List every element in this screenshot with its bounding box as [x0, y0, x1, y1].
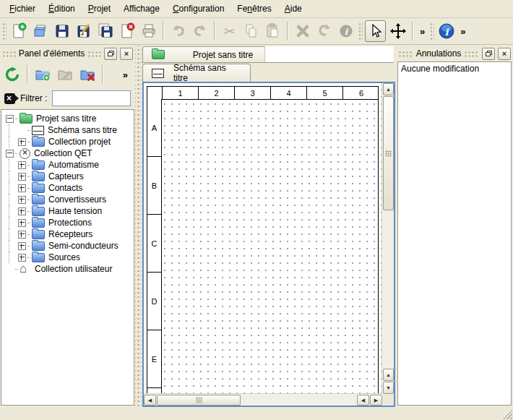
- select-mode-button[interactable]: [365, 20, 386, 42]
- toolbar-overflow-button[interactable]: »: [458, 26, 467, 37]
- open-project-button[interactable]: [30, 21, 50, 41]
- tree-item[interactable]: Projet sans titre: [1, 113, 134, 124]
- horizontal-scroll-thumb[interactable]: [157, 395, 241, 406]
- save-button[interactable]: [52, 21, 72, 41]
- elements-tree: Projet sans titre Schéma sans titre Coll…: [1, 109, 134, 406]
- info-disabled-button[interactable]: i: [336, 21, 355, 41]
- tree-expander[interactable]: [18, 196, 26, 204]
- pointer-icon: [368, 23, 384, 39]
- paste-button[interactable]: [263, 21, 283, 41]
- tree-connector: [27, 257, 30, 258]
- tree-item[interactable]: Convertisseurs: [1, 194, 134, 205]
- diagram-tab[interactable]: Schéma sans titre: [142, 64, 251, 82]
- horizontal-scrollbar[interactable]: ◀ ◀ ▶: [144, 393, 382, 406]
- copy-button[interactable]: [241, 21, 261, 41]
- toolbar-separator: [163, 22, 164, 40]
- tree-item-icon: [32, 160, 45, 170]
- float-panel-button[interactable]: [104, 48, 117, 60]
- close-file-button[interactable]: [117, 21, 137, 41]
- menu-item[interactable]: Fenêtres: [230, 1, 277, 16]
- tree-expander[interactable]: [18, 219, 26, 227]
- redo-button[interactable]: [190, 21, 210, 41]
- tree-item[interactable]: Schéma sans titre: [1, 124, 134, 136]
- tab-bar-empty-area: [264, 46, 394, 62]
- tree-item[interactable]: Capteurs: [1, 171, 134, 182]
- new-project-button[interactable]: [9, 21, 28, 41]
- tree-item[interactable]: Semi-conducteurs: [1, 240, 134, 252]
- rotate-button[interactable]: [314, 21, 334, 41]
- tree-expander[interactable]: [18, 184, 26, 192]
- save-as-button[interactable]: [74, 21, 93, 41]
- menu-item-mnemonic: P: [88, 4, 94, 14]
- save-all-button[interactable]: [95, 21, 115, 41]
- resize-grip[interactable]: [503, 410, 512, 419]
- reload-collections-button[interactable]: [2, 64, 22, 85]
- scroll-right-button[interactable]: ▶: [370, 395, 382, 406]
- tree-expander[interactable]: [18, 161, 26, 169]
- toolbar-drag-handle[interactable]: [1, 22, 7, 40]
- panel-splitter[interactable]: [135, 46, 142, 406]
- close-panel-button[interactable]: ×: [120, 48, 133, 60]
- cut-button[interactable]: ✂: [220, 21, 239, 41]
- menu-item[interactable]: Projet: [82, 1, 117, 16]
- vertical-scroll-thumb[interactable]: [383, 96, 394, 210]
- new-category-button[interactable]: [33, 64, 53, 85]
- undo-list-item[interactable]: Aucune modification: [398, 62, 511, 76]
- menu-item[interactable]: Aide: [278, 1, 309, 16]
- menu-item[interactable]: Fichier: [3, 1, 42, 16]
- filter-input[interactable]: [52, 90, 131, 106]
- undo-button[interactable]: [168, 21, 188, 41]
- tree-item[interactable]: Collection projet: [1, 136, 134, 147]
- tree-item[interactable]: Haute tension: [1, 205, 134, 217]
- float-panel-button[interactable]: [482, 48, 495, 60]
- scroll-left-button[interactable]: ◀: [144, 395, 156, 406]
- tree-item[interactable]: Contacts: [1, 182, 134, 194]
- tree-item[interactable]: Protections: [1, 217, 134, 228]
- tree-item[interactable]: Automatisme: [1, 159, 134, 171]
- edit-category-button[interactable]: [55, 64, 75, 85]
- tree-item-icon: [32, 126, 44, 135]
- diagram-canvas[interactable]: 123456 ABCDE: [144, 83, 382, 394]
- menu-item[interactable]: Affichage: [117, 1, 166, 16]
- menu-item-mnemonic: É: [48, 4, 54, 14]
- menu-item[interactable]: Configuration: [166, 1, 230, 16]
- tree-item[interactable]: Collection QET: [1, 147, 134, 159]
- scroll-left-button-2[interactable]: ◀: [357, 395, 369, 406]
- elements-panel-titlebar[interactable]: Panel d'éléments ×: [0, 46, 135, 61]
- move-mode-button[interactable]: [388, 21, 408, 41]
- panel-toolbar-overflow-button[interactable]: »: [121, 69, 130, 80]
- clear-filter-icon[interactable]: [4, 93, 15, 104]
- vertical-scrollbar[interactable]: ▲ ▲ ▼: [381, 83, 394, 394]
- toolbar-drag-handle[interactable]: [358, 22, 363, 40]
- tree-item-label: Schéma sans titre: [48, 125, 117, 135]
- delete-button[interactable]: [293, 21, 312, 41]
- tree-item-label: Collection utilisateur: [35, 264, 112, 274]
- tree-connector: [27, 223, 30, 223]
- tree-expander[interactable]: [18, 138, 26, 146]
- delete-category-button[interactable]: [77, 64, 98, 85]
- diagram-view[interactable]: 123456 ABCDE ▲ ▲ ▼ ◀ ◀ ▶: [142, 82, 395, 407]
- tree-expander[interactable]: [6, 150, 14, 158]
- tree-expander[interactable]: [18, 173, 26, 181]
- tree-item-label: Protections: [48, 218, 92, 228]
- tree-item[interactable]: Récepteurs: [1, 228, 134, 240]
- tree-expander[interactable]: [18, 231, 26, 239]
- about-button[interactable]: i: [436, 21, 456, 41]
- toolbar-drag-handle[interactable]: [429, 22, 434, 40]
- print-button[interactable]: [139, 21, 158, 41]
- tree-expander[interactable]: [6, 115, 14, 123]
- tree-expander[interactable]: [18, 242, 26, 250]
- toolbar-overflow-button[interactable]: »: [418, 26, 427, 37]
- tree-expander[interactable]: [18, 254, 26, 262]
- scroll-up-button[interactable]: ▲: [383, 83, 394, 95]
- tree-indent: [9, 228, 18, 240]
- undo-panel-titlebar[interactable]: Annulations ×: [396, 46, 513, 61]
- tree-item[interactable]: Collection utilisateur: [1, 263, 134, 275]
- scroll-up-button-2[interactable]: ▲: [383, 369, 394, 381]
- project-tab[interactable]: Projet sans titre: [142, 46, 280, 62]
- elements-panel: Panel d'éléments ×: [0, 46, 135, 406]
- close-panel-button[interactable]: ×: [498, 48, 511, 60]
- tree-expander[interactable]: [18, 207, 26, 215]
- scroll-down-button[interactable]: ▼: [383, 382, 394, 394]
- menu-item[interactable]: Édition: [42, 1, 82, 16]
